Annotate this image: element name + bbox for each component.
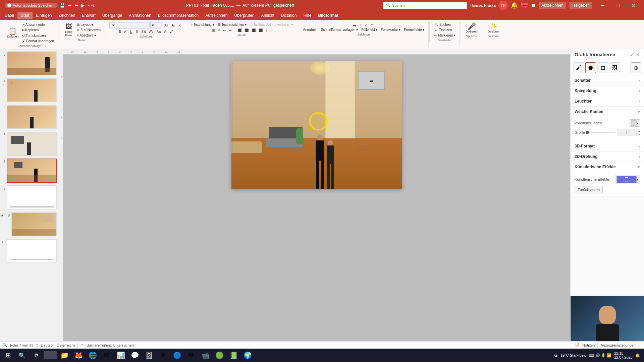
shape-triangle[interactable]: △ [364,22,369,27]
freigeben-btn[interactable]: Freigeben [569,2,592,9]
menu-dictation[interactable]: Dictation [278,12,300,19]
taskview-btn[interactable]: ⧉ [30,349,43,361]
user-avatar[interactable]: TH [498,1,508,10]
taskbar-app13[interactable]: 🌍 [241,349,254,361]
menu-entwurf[interactable]: Entwurf [78,12,99,19]
shape-rect[interactable]: ▬ [352,22,358,27]
ersetzen-btn[interactable]: ↔ Ersetzen [433,27,457,33]
indent-dec-btn[interactable]: ⇤ [222,28,227,33]
align-justify-btn[interactable]: ⬛ [257,28,264,33]
menu-ansicht[interactable]: Ansicht [258,12,277,19]
maximize-button[interactable]: □ [610,0,626,11]
menu-uebergaenge[interactable]: Übergänge [99,12,125,19]
format-icon-more[interactable]: ⊕ [631,62,641,73]
slide-img-5[interactable] [7,105,57,129]
bold-button[interactable]: B [117,29,122,34]
format-icon-size[interactable]: ⊡ [597,62,608,73]
slide-img-7[interactable] [7,159,57,183]
format-icon-paint[interactable]: 🖌 [573,62,584,73]
diktieren-button[interactable]: 🎤 Diktieren [464,22,479,34]
neue-folie-button[interactable]: 🖼 NeueFolie [63,22,75,38]
leuchten-header[interactable]: Leuchten › [571,96,644,106]
formkontur-btn[interactable]: Formkontur ▾ [379,27,402,32]
line-spacing-btn[interactable]: ↕ [264,28,269,33]
close-button[interactable]: ✕ [626,0,641,11]
taskbar-mail[interactable]: ✉ [100,349,113,361]
abschnitt-button[interactable]: ≡ Abschnitt ▾ [75,33,102,38]
suchen-btn[interactable]: 🔍 Suchen [433,22,457,27]
kuenstlerische-effekte-header[interactable]: Künstlerische Effekte ∨ [571,162,644,172]
format-icon-picture[interactable]: 🖼 [609,62,620,73]
indent-inc-btn[interactable]: ⇥ [227,28,233,33]
einfuegen-button[interactable]: 📋 Einfügen [5,27,20,39]
layout-button[interactable]: ⊞ Layout ▾ [75,22,102,27]
font-color-button[interactable]: A [163,29,168,34]
undo-icon[interactable]: ↩ [67,2,72,9]
weiche-kanten-header[interactable]: Weiche Kanten ∨ [571,107,644,117]
menu-bildschirmpraesentation[interactable]: Bildschirmpräsentation [155,12,202,19]
fit-icon[interactable]: ⊡ [638,343,641,347]
formeffekte-btn[interactable]: Formeffekte ▾ [402,27,426,32]
menu-zeichnen[interactable]: Zeichnen [55,12,78,19]
notes-label[interactable]: Notizen [582,343,595,347]
text-case-button[interactable]: Aa [155,29,162,34]
cols-btn[interactable]: ⫶ [269,28,273,33]
char-spacing-button[interactable]: AV [148,29,155,34]
smartart-button[interactable]: ⬡ In SmartArt konvertieren ▾ [249,22,294,27]
underline-button[interactable]: U [128,29,133,34]
taskbar-app11[interactable]: 🟢 [213,349,226,361]
shape-circle[interactable]: ○ [358,22,363,27]
menu-ueberpruefen[interactable]: Überprüfen [231,12,258,19]
zuruecksetzen2-button[interactable]: ↺ Zurücksetzen [75,27,102,33]
slide-img-8[interactable] [7,185,57,209]
search-taskbar[interactable]: 🔍 [15,349,29,361]
groesse-slider[interactable] [585,132,615,133]
taskbar-app12[interactable]: 📗 [227,349,240,361]
menu-einfuegen[interactable]: Einfügen [33,12,55,19]
redo-icon[interactable]: ↪ [74,2,79,9]
markieren-btn[interactable]: ✏ Markieren ▾ [433,33,457,38]
search-input[interactable] [392,3,464,7]
taskbar-telegram[interactable]: ✈ [156,349,170,361]
spiegelung-header[interactable]: Spiegelung › [571,86,644,96]
view-settings-label[interactable]: Anzeigeeinstellungen [600,343,636,347]
slide-thumb-7[interactable]: 7 [0,158,58,183]
shape-more[interactable]: ⋯ [370,22,376,27]
slide-thumb-8[interactable]: 8 [0,185,58,210]
aufzeichnen-btn[interactable]: Aufzeichnen [539,2,566,9]
record-icon[interactable]: ⏺ [531,2,536,8]
present-icon[interactable]: ▶ [80,2,86,9]
taskbar-app10[interactable]: 📹 [199,349,212,361]
bullet-btn[interactable]: ☰ [211,28,216,33]
slide-img-9[interactable] [11,212,57,236]
notification-btn[interactable]: 🔔 [635,353,640,358]
taskbar-ppt[interactable]: 📊 [114,349,127,361]
text-ausrichten-button[interactable]: ☰ Text ausrichten ▾ [216,22,248,27]
slide-img-6[interactable] [7,132,57,156]
groesse-value[interactable]: I [617,129,637,136]
num-list-btn[interactable]: ≡ [217,28,221,33]
menu-hilfe[interactable]: Hilfe [300,12,315,19]
menu-animationen[interactable]: Animationen [125,12,155,19]
start-button[interactable]: ⊞ [1,349,15,361]
slide-thumb-3[interactable]: 3 [0,51,58,76]
3d-drehung-header[interactable]: 3D-Drehung › [571,152,644,162]
slide-thumb-9[interactable]: ★ 9 [0,212,58,237]
format-icon-effects[interactable]: ⬟ [585,62,596,73]
slide-img-10[interactable] [7,239,57,263]
effekte-reset-button[interactable]: Zurücksetzen [575,186,603,193]
menu-datei[interactable]: Datei [1,12,17,19]
font-size-dropdown[interactable]: ▾ [150,22,162,28]
taskbar-firefox[interactable]: 🦊 [72,349,85,361]
groesse-slider-thumb[interactable] [586,131,589,134]
schatten-header[interactable]: Schatten › [571,75,644,85]
format-uebertragen-button[interactable]: 🖌 Format übertragen [21,39,56,44]
slide-canvas[interactable]: 📷 Always be happy [231,61,402,189]
increase-font-button[interactable]: A↑ [163,23,170,28]
highlight-button[interactable]: 🖍 [168,29,174,34]
shadow-button[interactable]: Sh [140,29,147,34]
panel-close-icon[interactable]: ✕ [636,52,640,57]
font-family-dropdown[interactable]: ▾ [109,22,150,28]
slide-thumb-4[interactable]: 4 ≡ [0,77,58,103]
clear-format-button[interactable]: Ⅹ [177,23,182,28]
